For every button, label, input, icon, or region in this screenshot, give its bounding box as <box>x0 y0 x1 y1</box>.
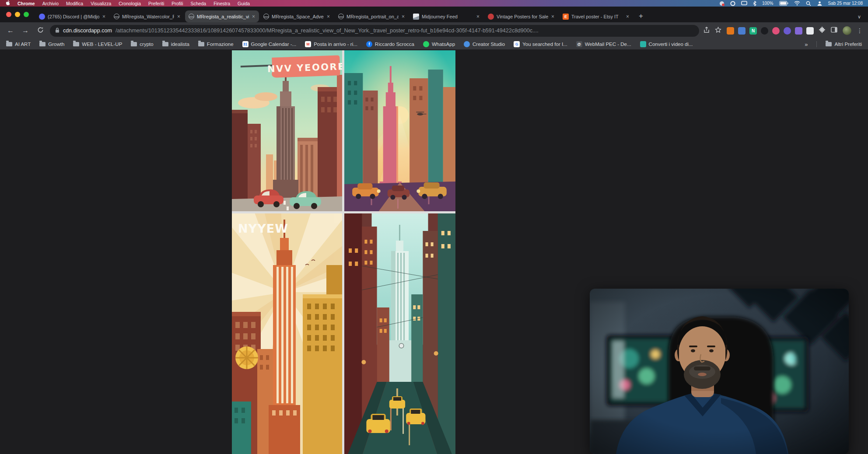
dark-circle-extension-icon[interactable] <box>761 27 768 35</box>
tab-1[interactable]: (2765) Discord | @Midjou× <box>35 10 109 22</box>
bluetooth-icon[interactable] <box>753 1 756 6</box>
poster-bottom-left[interactable]: NYYEW <box>232 213 342 454</box>
tab-search-chevron-icon[interactable]: ∨ <box>858 14 868 22</box>
bookmark-label: idealista <box>171 42 189 47</box>
poster-new-york-mint: NVV YEOORE <box>232 50 342 211</box>
bookmark-formazione[interactable]: Formazione <box>198 42 234 47</box>
profile-avatar[interactable] <box>843 26 851 35</box>
tab-close-icon[interactable]: × <box>626 14 630 19</box>
tab-3-active[interactable]: MRregista_a_realistic_vie× <box>185 10 259 22</box>
tab-title: Vintage Posters for Sale | <box>497 14 548 19</box>
menubar-item-cronologia[interactable]: Cronologia <box>119 1 141 6</box>
bookmark-creator-studio[interactable]: Creator Studio <box>464 41 505 47</box>
display-icon[interactable] <box>741 1 747 6</box>
globe-favicon-icon <box>189 14 194 19</box>
apple-menu-icon[interactable] <box>5 0 10 7</box>
other-bookmarks-folder[interactable]: Altri Preferiti <box>826 42 862 47</box>
screen: { "menubar": { "items": ["Chrome","Archi… <box>0 0 868 454</box>
n-green-extension-icon[interactable]: N <box>749 27 757 35</box>
tab-close-icon[interactable]: × <box>252 14 256 19</box>
control-center-icon[interactable] <box>817 1 822 6</box>
folder-icon <box>162 42 168 46</box>
tab-strip: (2765) Discord | @Midjou×MRregista_Water… <box>35 7 634 22</box>
bookmark-growth[interactable]: Growth <box>39 42 64 47</box>
spotlight-search-icon[interactable] <box>806 1 811 6</box>
menubar-item-profili[interactable]: Profili <box>172 1 183 6</box>
poster-top-right[interactable] <box>344 50 455 211</box>
share-icon[interactable] <box>704 27 710 35</box>
grid-light-extension-icon[interactable] <box>806 27 814 35</box>
battery-icon[interactable] <box>779 1 788 6</box>
close-window-button[interactable] <box>6 12 11 17</box>
tab-5[interactable]: MRregista_portrait_on_a× <box>335 10 409 22</box>
chrome-menu-icon[interactable]: ⋮ <box>857 27 863 34</box>
bookmark-label: AI ART <box>15 42 31 47</box>
purple-app-extension-icon[interactable] <box>784 27 791 35</box>
poster-top-left[interactable]: NVV YEOORE <box>232 50 342 211</box>
bookmark-whatsapp[interactable]: WhatsApp <box>423 41 455 47</box>
url-path: /attachments/1013512335442333816/1089142… <box>116 28 694 34</box>
bookmark-posta-in-arrivo-ri[interactable]: MPosta in arrivo - ri... <box>305 41 357 47</box>
minimize-window-button[interactable] <box>15 12 20 17</box>
bookmark-ai-art[interactable]: AI ART <box>6 42 31 47</box>
tab-title: Travel poster - Etsy IT <box>571 14 623 19</box>
metamask-extension-icon[interactable] <box>727 27 734 35</box>
wifi-icon[interactable] <box>794 1 800 6</box>
menubar-item-guida[interactable]: Guida <box>238 1 250 6</box>
tab-close-icon[interactable]: × <box>177 14 181 19</box>
menubar-item-visualizza[interactable]: Visualizza <box>91 1 111 6</box>
side-panel-icon[interactable] <box>831 27 837 35</box>
reload-button[interactable] <box>35 27 46 35</box>
tab-close-icon[interactable]: × <box>476 14 480 19</box>
new-tab-button[interactable]: + <box>634 12 648 22</box>
bookmark-converti-i-video-di[interactable]: Converti i video di... <box>640 41 693 47</box>
pink-circle-extension-icon[interactable] <box>772 27 780 35</box>
extensions-puzzle-icon[interactable] <box>819 27 826 35</box>
menubar-item-finestra[interactable]: Finestra <box>214 1 230 6</box>
tab-6[interactable]: Midjourney Feed× <box>410 10 483 22</box>
other-bookmarks-label: Altri Preferiti <box>834 42 862 47</box>
poster-title-text: NYYEW <box>238 222 288 235</box>
menubar-item-modifica[interactable]: Modifica <box>66 1 83 6</box>
tab-close-icon[interactable]: × <box>326 14 330 19</box>
tab-2[interactable]: MRregista_Watercolor_Pa× <box>110 10 184 22</box>
back-button[interactable]: ← <box>5 27 16 34</box>
poster-new-york-taxis <box>344 213 455 454</box>
menubar-item-archivio[interactable]: Archivio <box>42 1 59 6</box>
bookmark-riccardo-scrocca[interactable]: fRiccardo Scrocca <box>366 41 414 47</box>
midjourney-image-grid[interactable]: NVV YEOORE <box>232 50 455 454</box>
address-bar[interactable]: cdn.discordapp.com/attachments/101351233… <box>50 25 699 37</box>
bookmark-idealista[interactable]: idealista <box>162 42 189 47</box>
bookmarks-overflow-chevron[interactable]: » <box>805 41 808 48</box>
webcam-overlay[interactable] <box>590 289 849 454</box>
bookmark-webmail-pec-de[interactable]: @WebMail PEC - De... <box>576 41 631 47</box>
menubar-item-chrome[interactable]: Chrome <box>18 1 35 6</box>
menubar-item-preferiti[interactable]: Preferiti <box>148 1 164 6</box>
zoom-window-button[interactable] <box>24 12 29 17</box>
facebook-icon: f <box>366 41 372 47</box>
bookmark-you-searched-for-i[interactable]: GYou searched for I... <box>514 41 567 47</box>
bookmark-label: Formazione <box>207 42 234 47</box>
bookmark-label: WhatsApp <box>432 42 455 47</box>
tab-8[interactable]: ETravel poster - Etsy IT× <box>559 10 633 22</box>
poster-bottom-right[interactable] <box>344 213 455 454</box>
bookmark-web-level-up[interactable]: WEB - LEVEL-UP <box>73 42 122 47</box>
tab-7[interactable]: Vintage Posters for Sale |× <box>484 10 558 22</box>
tab-close-icon[interactable]: × <box>102 14 106 19</box>
forward-button[interactable]: → <box>20 27 31 34</box>
tab-4[interactable]: MRregista_Space_Advent× <box>260 10 334 22</box>
globe-favicon-icon <box>338 14 344 19</box>
violet-app-extension-icon[interactable] <box>795 27 802 35</box>
bookmark-google-calendar[interactable]: 31Google Calendar -... <box>242 41 297 47</box>
menubar-clock[interactable]: Sab 25 mar 12:08 <box>828 1 863 6</box>
record-icon[interactable] <box>730 1 735 6</box>
bookmark-star-icon[interactable] <box>715 27 721 35</box>
wallet-blue-extension-icon[interactable] <box>738 27 746 35</box>
tab-close-icon[interactable]: × <box>551 14 555 19</box>
app-notification-icon[interactable] <box>719 1 724 6</box>
menubar-item-scheda[interactable]: Scheda <box>191 1 206 6</box>
tab-close-icon[interactable]: × <box>401 14 405 19</box>
menubar-status: 100% Sab 25 mar 12:08 <box>719 1 863 6</box>
bookmark-crypto[interactable]: crypto <box>131 42 153 47</box>
battery-percentage: 100% <box>762 1 774 6</box>
